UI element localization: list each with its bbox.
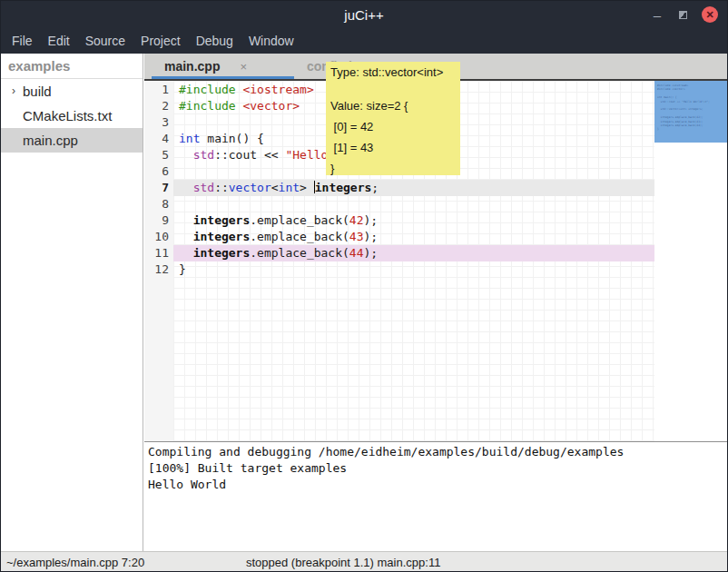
line-number[interactable]: 4 — [144, 131, 173, 147]
tab-main-cpp[interactable]: main.cpp× — [152, 54, 294, 79]
project-name: examples — [1, 54, 143, 79]
output-line: [100%] Built target examples — [148, 460, 725, 477]
menu-edit[interactable]: Edit — [46, 34, 72, 48]
line-number[interactable]: 1 — [144, 82, 173, 98]
code-line[interactable] — [173, 196, 654, 212]
line-number[interactable]: 2 — [144, 98, 173, 114]
line-number[interactable]: 9 — [144, 212, 173, 229]
code-line[interactable]: integers.emplace_back(44); — [173, 245, 654, 261]
line-number[interactable]: 10 — [144, 229, 173, 245]
code-line[interactable]: } — [173, 261, 654, 278]
minimap[interactable]: #include <iostream>#include <vector> int… — [654, 81, 728, 441]
build-output-panel[interactable]: Compiling and debugging /home/eidheim/ex… — [144, 441, 728, 551]
chevron-right-icon[interactable]: › — [6, 79, 21, 104]
code-line[interactable]: integers.emplace_back(43); — [173, 229, 654, 245]
line-number[interactable]: 8 — [144, 196, 173, 212]
tree-item-cmakelists-txt[interactable]: CMakeLists.txt — [1, 104, 143, 128]
tree-item-label: build — [23, 79, 52, 104]
tooltip-value-line: [1] = 43 — [330, 137, 456, 158]
status-bar: ~/examples/main.cpp 7:20 stopped (breakp… — [1, 551, 727, 572]
code-line[interactable]: std::vector<int> integers; — [173, 180, 654, 196]
minimap-code: #include <iostream>#include <vector> int… — [654, 81, 728, 132]
status-file-position: ~/examples/main.cpp 7:20 — [6, 552, 144, 572]
menu-file[interactable]: File — [10, 34, 34, 48]
line-number-gutter[interactable]: 123456789101112 — [144, 81, 173, 441]
window-title: juCi++ — [344, 7, 383, 23]
line-number[interactable]: 12 — [144, 261, 173, 278]
minimap-viewport[interactable]: #include <iostream>#include <vector> int… — [654, 81, 728, 143]
line-number[interactable]: 6 — [144, 163, 173, 180]
tree-item-label: CMakeLists.txt — [23, 104, 112, 128]
debug-value-tooltip: Type: std::vector<int> Value: size=2 { [… — [326, 62, 460, 175]
file-tree-sidebar: examples ›buildCMakeLists.txtmain.cpp — [1, 54, 143, 551]
tooltip-value-line: [0] = 42 — [330, 116, 456, 137]
tooltip-value-line: } — [330, 158, 456, 175]
tab-label: main.cpp — [164, 59, 220, 74]
tooltip-value-line: Value: size=2 { — [330, 95, 456, 116]
window-controls: – ✕ — [650, 1, 718, 28]
output-line: Hello World — [148, 477, 725, 493]
app-window: juCi++ – ✕ FileEditSourceProjectDebugWin… — [0, 0, 728, 572]
restore-icon[interactable] — [679, 11, 687, 19]
tab-close-icon[interactable]: × — [240, 60, 247, 74]
code-line[interactable]: integers.emplace_back(42); — [173, 212, 654, 229]
tree-item-main-cpp[interactable]: main.cpp — [1, 128, 143, 153]
menu-bar: FileEditSourceProjectDebugWindow — [1, 28, 727, 54]
output-line: Compiling and debugging /home/eidheim/ex… — [148, 444, 725, 460]
menu-window[interactable]: Window — [247, 34, 296, 48]
line-number[interactable]: 3 — [144, 114, 173, 131]
tree-item-build[interactable]: ›build — [1, 79, 143, 104]
title-bar[interactable]: juCi++ – ✕ — [1, 1, 727, 28]
menu-project[interactable]: Project — [139, 34, 182, 48]
tooltip-value-block: Value: size=2 { [0] = 42 [1] = 43} — [330, 95, 456, 175]
tooltip-type-line: Type: std::vector<int> — [330, 64, 456, 80]
minimize-icon[interactable]: – — [650, 7, 664, 23]
line-number[interactable]: 5 — [144, 147, 173, 163]
line-number[interactable]: 7 — [144, 180, 173, 196]
status-debug-state: stopped (breakpoint 1.1) main.cpp:11 — [246, 552, 440, 572]
file-tree: ›buildCMakeLists.txtmain.cpp — [1, 79, 143, 153]
menu-debug[interactable]: Debug — [194, 34, 235, 48]
tree-item-label: main.cpp — [23, 128, 78, 153]
menu-source[interactable]: Source — [84, 34, 127, 48]
close-icon[interactable]: ✕ — [702, 6, 718, 23]
line-number[interactable]: 11 — [144, 245, 173, 261]
